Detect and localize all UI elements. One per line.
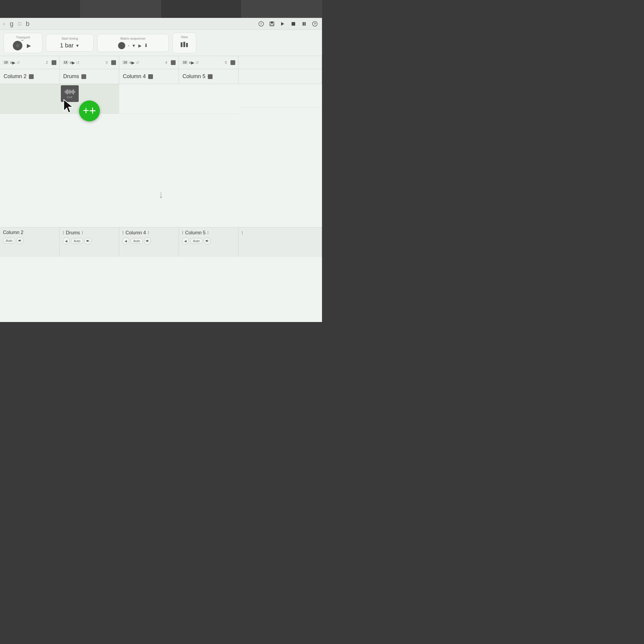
extra-bottom-track: ⁝ — [239, 227, 322, 257]
play-icon[interactable] — [278, 20, 287, 28]
col5-speaker-btn[interactable] — [204, 237, 211, 244]
col4-port-icon2: ⁝ — [148, 230, 149, 236]
col2-num: 2 — [46, 60, 48, 65]
b-icon[interactable]: b — [26, 20, 30, 28]
column-headers-row: 1X ≡▶ ↺ 2 1X ≡▶ ↺ 3 1X ≡▶ ↺ 4 — [0, 56, 322, 69]
col5-rate[interactable]: 1X — [182, 61, 188, 64]
top-bar: ‹ g □ b ! — [0, 18, 322, 30]
drums-left-arrow-btn[interactable]: ◀ — [63, 237, 70, 244]
svg-marker-5 — [281, 22, 284, 26]
svg-rect-6 — [292, 22, 295, 26]
bottom-spacer — [0, 257, 322, 322]
record-button[interactable] — [13, 41, 22, 50]
col5-queue-icon[interactable]: ≡▶ — [189, 60, 194, 65]
svg-rect-13 — [186, 43, 188, 47]
timing-dropdown-arrow: ▼ — [75, 43, 80, 48]
col4-name: Column 4 — [123, 73, 146, 80]
drums-undo-icon[interactable]: ↺ — [76, 60, 80, 65]
seq-download-button[interactable]: ⬇ — [144, 43, 148, 48]
col2-cell-2[interactable] — [239, 84, 298, 108]
col2-stop-btn[interactable] — [52, 60, 56, 65]
save-icon[interactable] — [268, 20, 276, 28]
drums-num: 3 — [106, 60, 108, 65]
timing-value: 1 bar — [60, 42, 74, 49]
col5-stop-btn[interactable] — [230, 60, 235, 65]
play-button[interactable]: ▶ — [25, 41, 33, 50]
col2-rate[interactable]: 1X — [3, 61, 9, 64]
start-timing-group: Start timing 1 bar ▼ — [46, 34, 94, 52]
svg-rect-7 — [303, 22, 304, 26]
col5-controls: 1X ≡▶ ↺ — [182, 60, 199, 65]
col5-name: Column 5 — [182, 73, 205, 80]
col4-rate[interactable]: 1X — [122, 61, 128, 64]
col4-cell-1[interactable] — [119, 84, 179, 114]
g-icon[interactable]: g — [10, 20, 13, 28]
pause-icon[interactable] — [300, 20, 308, 28]
add-button[interactable]: + — [79, 100, 100, 121]
add-icon: + — [89, 105, 96, 117]
view-label: View — [181, 35, 188, 39]
col5-undo-icon[interactable]: ↺ — [195, 60, 199, 65]
drums-header: 1X ≡▶ ↺ 3 — [60, 56, 119, 69]
col4-controls: 1X ≡▶ ↺ — [122, 60, 139, 65]
svg-text:?: ? — [314, 22, 316, 26]
col5-left-arrow-btn[interactable]: ◀ — [182, 237, 189, 244]
col4-left-arrow-btn[interactable]: ◀ — [122, 237, 129, 244]
col2-undo-icon[interactable]: ↺ — [16, 60, 20, 65]
wbar6 — [71, 91, 72, 93]
caf-clip[interactable]: CAF — [61, 85, 79, 102]
col2-name-cell: Column 2 — [0, 69, 60, 84]
col2-queue-icon[interactable]: ≡▶ — [10, 60, 16, 65]
col2-auto-btn[interactable]: Auto — [3, 238, 15, 244]
col2-name: Column 2 — [4, 73, 27, 80]
svg-text:!: ! — [261, 22, 262, 26]
stop-icon[interactable] — [289, 20, 298, 28]
controls-bar: Transport ▶ Start timing 1 bar ▼ Matrix … — [0, 30, 322, 56]
svg-rect-4 — [270, 24, 273, 25]
bottom-tracks-row: Column 2 Auto ⁝ Drums ⁝ ◀ Auto — [0, 227, 322, 257]
col4-stop-btn[interactable] — [171, 60, 176, 65]
drums-rate[interactable]: 1X — [63, 61, 69, 64]
square-icon[interactable]: □ — [18, 21, 21, 27]
drums-speaker-btn[interactable] — [84, 237, 92, 244]
col2-bottom-name: Column 2 — [3, 230, 23, 235]
help-icon[interactable]: ? — [311, 20, 319, 28]
matrix-sequencer-group: Matrix sequencer - ▼ ▶ ⬇ — [97, 34, 169, 52]
drums-stop-btn[interactable] — [111, 60, 116, 65]
col5-auto-btn[interactable]: Auto — [190, 238, 202, 244]
drums-cell-2[interactable] — [298, 84, 322, 108]
col4-undo-icon[interactable]: ↺ — [136, 60, 139, 65]
grid-row-2 — [239, 84, 322, 108]
drums-auto-btn[interactable]: Auto — [71, 238, 83, 244]
drums-queue-icon[interactable]: ≡▶ — [69, 60, 75, 65]
col5-track-controls: ◀ Auto — [182, 237, 211, 244]
matrix-label: Matrix sequencer — [120, 37, 145, 40]
drums-name-stop[interactable] — [81, 74, 86, 79]
col4-queue-icon[interactable]: ≡▶ — [129, 60, 135, 65]
wbar4 — [68, 90, 69, 93]
seq-record-button[interactable] — [118, 42, 125, 49]
back-icon[interactable]: ‹ — [3, 20, 5, 27]
timing-select[interactable]: 1 bar ▼ — [60, 42, 79, 49]
svg-marker-16 — [86, 240, 88, 242]
col2-speaker-btn[interactable] — [16, 237, 24, 244]
seq-play-button[interactable]: ▶ — [138, 43, 142, 48]
wbar9 — [74, 91, 75, 93]
col4-auto-btn[interactable]: Auto — [131, 238, 143, 244]
col5-port-icon2: ⁝ — [207, 230, 209, 236]
view-icon[interactable] — [180, 41, 188, 51]
drums-controls: 1X ≡▶ ↺ — [63, 60, 80, 65]
alert-icon[interactable]: ! — [257, 20, 265, 28]
drums-title-row: ⁝ Drums ⁝ — [63, 230, 83, 236]
col4-num: 4 — [165, 60, 167, 65]
caf-waveform — [65, 89, 75, 95]
drums-cell-1[interactable]: CAF + — [60, 84, 119, 114]
col4-name-stop[interactable] — [148, 74, 153, 79]
col5-cell-1[interactable] — [179, 84, 239, 114]
col5-name-stop[interactable] — [208, 74, 213, 79]
col2-cell-1[interactable] — [0, 84, 60, 114]
dark-seg-2 — [81, 0, 161, 18]
col4-speaker-btn[interactable] — [144, 237, 151, 244]
col2-name-stop[interactable] — [29, 74, 34, 79]
transport-controls: ▶ — [13, 41, 33, 50]
